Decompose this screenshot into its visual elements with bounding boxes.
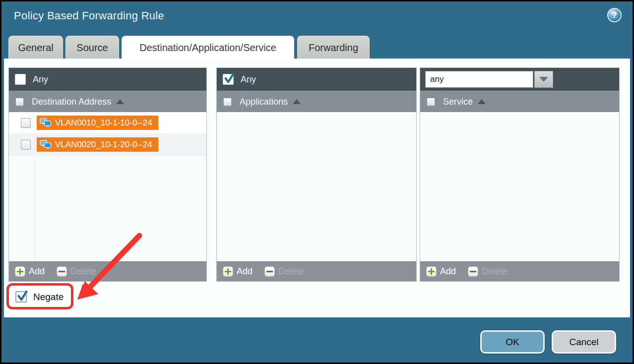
negate-label: Negate bbox=[33, 292, 63, 303]
policy-based-forwarding-dialog: Policy Based Forwarding Rule ? General S… bbox=[0, 0, 634, 364]
header-divider bbox=[35, 93, 35, 110]
destination-any-bar: Any bbox=[9, 68, 206, 91]
minus-icon bbox=[57, 266, 67, 277]
destination-address-panel: Any Destination Address bbox=[8, 67, 207, 282]
plus-icon bbox=[426, 266, 437, 277]
applications-any-label: Any bbox=[241, 74, 256, 85]
row-checkbox[interactable] bbox=[21, 118, 31, 128]
address-object-tag[interactable]: VLAN0020_10-1-20-0--24 bbox=[37, 137, 158, 152]
delete-button[interactable]: Delete bbox=[264, 266, 304, 277]
minus-icon bbox=[468, 266, 478, 277]
sort-ascending-icon[interactable] bbox=[478, 99, 486, 104]
service-header-label: Service bbox=[443, 97, 473, 107]
destination-any-label: Any bbox=[33, 74, 48, 85]
row-checkbox[interactable] bbox=[21, 140, 31, 150]
service-dropdown-bar: any bbox=[420, 68, 619, 91]
applications-footer: Add Delete bbox=[217, 261, 416, 281]
add-button[interactable]: Add bbox=[426, 266, 456, 277]
applications-any-bar: Any bbox=[217, 68, 416, 91]
dialog-title: Policy Based Forwarding Rule bbox=[14, 9, 164, 22]
address-object-label: VLAN0010_10-1-10-0--24 bbox=[55, 118, 152, 128]
sort-ascending-icon[interactable] bbox=[116, 99, 124, 104]
applications-panel: Any Applications Add bbox=[216, 67, 417, 282]
tab-forwarding[interactable]: Forwarding bbox=[297, 36, 370, 59]
service-dropdown-value[interactable]: any bbox=[425, 71, 533, 88]
destination-select-all-checkbox[interactable] bbox=[15, 98, 24, 106]
applications-list bbox=[217, 112, 416, 261]
service-select-all-checkbox[interactable] bbox=[427, 98, 435, 106]
applications-header[interactable]: Applications bbox=[217, 91, 416, 112]
ok-button[interactable]: OK bbox=[480, 330, 545, 354]
plus-icon bbox=[15, 266, 25, 277]
applications-any-checkbox[interactable] bbox=[223, 74, 234, 85]
plus-icon bbox=[223, 266, 233, 277]
tab-destination-application-service[interactable]: Destination/Application/Service bbox=[122, 36, 294, 60]
sort-ascending-icon[interactable] bbox=[293, 99, 301, 104]
minus-icon bbox=[264, 266, 275, 277]
destination-any-checkbox[interactable] bbox=[15, 74, 26, 85]
delete-button[interactable]: Delete bbox=[57, 266, 96, 277]
header-divider bbox=[446, 93, 446, 110]
tab-source[interactable]: Source bbox=[65, 36, 119, 59]
add-button[interactable]: Add bbox=[223, 266, 253, 277]
address-object-tag[interactable]: VLAN0010_10-1-10-0--24 bbox=[37, 116, 158, 130]
service-footer: Add Delete bbox=[420, 261, 619, 281]
cancel-button[interactable]: Cancel bbox=[552, 330, 616, 354]
header-divider bbox=[243, 93, 243, 110]
chevron-down-icon bbox=[539, 77, 548, 82]
negate-checkbox[interactable] bbox=[15, 291, 27, 303]
table-row[interactable]: VLAN0010_10-1-10-0--24 bbox=[9, 112, 206, 134]
negate-control: Negate bbox=[15, 291, 63, 303]
service-header[interactable]: Service bbox=[420, 91, 619, 112]
service-panel: any Service Add bbox=[420, 67, 620, 282]
service-dropdown-button[interactable] bbox=[534, 71, 553, 88]
add-button[interactable]: Add bbox=[15, 266, 45, 277]
address-object-label: VLAN0020_10-1-20-0--24 bbox=[55, 140, 152, 150]
help-icon[interactable]: ? bbox=[607, 8, 622, 22]
destination-address-list: VLAN0010_10-1-10-0--24 VLAN0020_10-1-20-… bbox=[9, 112, 206, 261]
tab-content-area: Any Destination Address bbox=[4, 59, 630, 317]
tab-general[interactable]: General bbox=[8, 36, 63, 59]
applications-select-all-checkbox[interactable] bbox=[223, 98, 232, 106]
network-address-icon bbox=[40, 118, 52, 128]
table-row[interactable]: VLAN0020_10-1-20-0--24 bbox=[9, 134, 206, 156]
destination-address-header[interactable]: Destination Address bbox=[9, 91, 206, 112]
network-address-icon bbox=[40, 140, 52, 150]
destination-footer: Add Delete bbox=[9, 261, 206, 281]
service-list bbox=[420, 112, 619, 261]
service-dropdown[interactable]: any bbox=[425, 71, 553, 88]
applications-header-label: Applications bbox=[240, 97, 288, 107]
delete-button[interactable]: Delete bbox=[468, 266, 507, 277]
destination-address-header-label: Destination Address bbox=[32, 97, 111, 107]
